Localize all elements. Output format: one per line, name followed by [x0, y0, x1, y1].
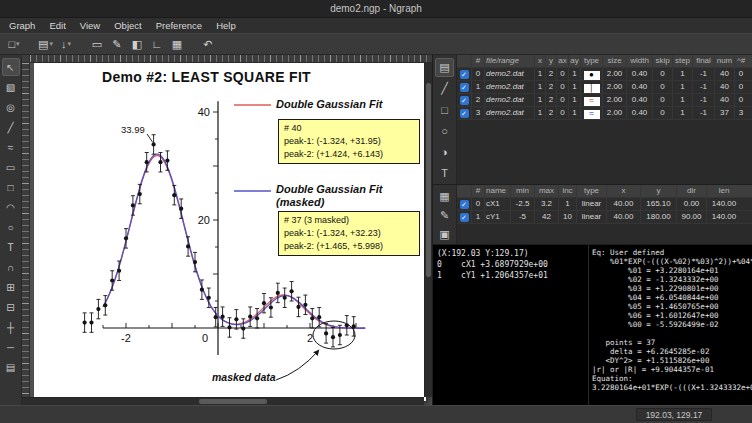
data-point: [283, 296, 287, 300]
pointer-tool[interactable]: ↖: [2, 58, 20, 76]
rect-object-icon[interactable]: □: [435, 100, 454, 119]
menu-object[interactable]: Object: [107, 18, 148, 33]
table-cell: 0: [472, 68, 485, 80]
data-section: ▤╱□○◑T #file/rangexyaxaytypesizewidthski…: [433, 55, 752, 185]
table-cell: 180.00: [641, 211, 677, 223]
table-cell: 3: [472, 107, 485, 119]
single-axis-tool[interactable]: ─: [2, 338, 20, 356]
edit-tool-button[interactable]: ✎: [108, 35, 126, 53]
menu-graph[interactable]: Graph: [2, 18, 42, 33]
data-point: [290, 289, 294, 293]
axis-edit-icon[interactable]: ✎: [435, 207, 454, 224]
mark-object-icon[interactable]: ◑: [435, 142, 454, 161]
gauss-tool[interactable]: ∩: [2, 258, 20, 276]
table-cell: linear: [577, 198, 607, 210]
data-point: [324, 331, 328, 335]
table-cell: 0: [472, 198, 485, 210]
text-tool[interactable]: T: [2, 238, 20, 256]
data-point: [110, 278, 114, 282]
circle-object-icon[interactable]: ○: [435, 121, 454, 140]
draw-window-button[interactable]: ▭: [88, 35, 106, 53]
data-point: [269, 305, 273, 309]
axis-grid-icon[interactable]: ▦: [435, 188, 454, 205]
undo-button[interactable]: ↶: [199, 35, 217, 53]
data-point: [310, 316, 314, 320]
y-tick-label: 40: [186, 106, 210, 118]
data-point: [214, 315, 218, 319]
data-objects-icon[interactable]: ▤: [435, 58, 454, 77]
data-point: [276, 291, 280, 295]
vertical-scrollbar[interactable]: [424, 63, 432, 397]
arc-tool[interactable]: ◠: [2, 198, 20, 216]
open-graph-button[interactable]: ▤▾: [36, 35, 55, 53]
fit-info-line: peak-1: (-1.324, +31.95): [284, 135, 414, 148]
plot-style-mark: ≈: [584, 110, 600, 119]
menu-preference[interactable]: Preference: [149, 18, 209, 33]
frame-axis-tool[interactable]: ⊞: [2, 278, 20, 296]
data-point: [172, 193, 176, 197]
checkbox-checked-icon: ✓: [460, 200, 469, 209]
clear-button[interactable]: ◧: [128, 35, 146, 53]
table-row[interactable]: ✓3demo2.dat1201≈2.000.4001-1373: [457, 107, 752, 120]
page[interactable]: Demo #2: LEAST SQUARE FIT Double Gaussia…: [34, 63, 426, 401]
legend-masked-line2: (masked): [276, 196, 382, 209]
vertical-scrollbar-thumb[interactable]: [426, 83, 431, 277]
horizontal-scrollbar[interactable]: [22, 397, 424, 405]
curve-tool[interactable]: ≈: [2, 138, 20, 156]
draw-window-icon: ▭: [92, 38, 102, 51]
section-axis-tool[interactable]: ⊟: [2, 298, 20, 316]
table-row[interactable]: ✓2demo2.dat1201≈2.000.4001-1400: [457, 94, 752, 107]
menu-edit[interactable]: Edit: [42, 18, 72, 33]
plot-title[interactable]: Demo #2: LEAST SQUARE FIT: [102, 69, 311, 85]
row-checkbox[interactable]: ✓: [457, 68, 472, 80]
menu-help[interactable]: Help: [209, 18, 243, 33]
row-checkbox[interactable]: ✓: [457, 94, 472, 106]
table-row[interactable]: ✓1cY1-54210linear40.00180.0090.00140.00: [457, 211, 752, 224]
checkbox-checked-icon: ✓: [460, 109, 469, 118]
table-cell: cX1: [485, 198, 511, 210]
x-tick-label: 2: [302, 332, 318, 344]
masked-fit-info-box[interactable]: # 37 (3 masked) peak-1: (-1.324, +32.23)…: [278, 211, 420, 256]
row-checkbox[interactable]: ✓: [457, 198, 472, 210]
table-row[interactable]: ✓1demo2.dat1201│2.000.4001-1400: [457, 81, 752, 94]
header-cell: skip: [653, 55, 673, 67]
header-cell: final: [693, 55, 715, 67]
row-checkbox[interactable]: ✓: [457, 107, 472, 119]
coordinate-panel: (X:192.03 Y:129.17) 0 cX1 +3.6897929e+00…: [433, 245, 589, 405]
new-graph-button[interactable]: □▾: [5, 35, 23, 53]
save-graph-button[interactable]: ↓▾: [57, 35, 75, 53]
data-point: [227, 325, 231, 329]
data-point: [317, 315, 321, 319]
select-region-tool[interactable]: ▧: [2, 78, 20, 96]
right-panel: ▤╱□○◑T #file/rangexyaxaytypesizewidthski…: [432, 55, 752, 405]
peak-value-annotation[interactable]: 33.99: [121, 124, 145, 135]
legend-label-fit[interactable]: Double Gaussian Fit: [276, 98, 382, 110]
menu-view[interactable]: View: [73, 18, 107, 33]
fit-info-box[interactable]: # 40 peak-1: (-1.324, +31.95) peak-2: (+…: [278, 119, 420, 164]
fit-info-line: peak-2: (+1.424, +6.143): [284, 148, 414, 161]
mark-tool[interactable]: ○: [2, 218, 20, 236]
rect-tool[interactable]: □: [2, 178, 20, 196]
text-object-icon[interactable]: T: [435, 163, 454, 182]
row-checkbox[interactable]: ✓: [457, 81, 472, 93]
header-cell: type: [581, 55, 603, 67]
data-window-button[interactable]: ▦: [168, 35, 186, 53]
line-tool[interactable]: ╱: [2, 118, 20, 136]
legend-label-masked-fit[interactable]: Double Gaussian Fit (masked): [276, 183, 382, 209]
polygon-tool[interactable]: ▭: [2, 158, 20, 176]
table-row[interactable]: ✓0demo2.dat1201●2.000.4001-1400: [457, 68, 752, 81]
row-checkbox[interactable]: ✓: [457, 211, 472, 223]
cross-axis-tool[interactable]: ┼: [2, 318, 20, 336]
horizontal-scrollbar-thumb[interactable]: [199, 399, 267, 404]
line-object-icon[interactable]: ╱: [435, 79, 454, 98]
axis-window-button[interactable]: ∟: [148, 35, 166, 53]
table-cell: -5: [511, 211, 535, 223]
fit-info-line: # 40: [284, 122, 414, 135]
data-plot-tool[interactable]: ▤: [2, 358, 20, 376]
canvas-area: Demo #2: LEAST SQUARE FIT Double Gaussia…: [22, 55, 432, 405]
table-row[interactable]: ✓0cX1-2.53.21linear40.00165.100.00140.00: [457, 198, 752, 211]
masked-data-label[interactable]: masked data: [212, 371, 276, 383]
zoom-tool[interactable]: ◎: [2, 98, 20, 116]
data-point: [234, 317, 238, 321]
file-save-icon[interactable]: ▣: [435, 226, 454, 243]
